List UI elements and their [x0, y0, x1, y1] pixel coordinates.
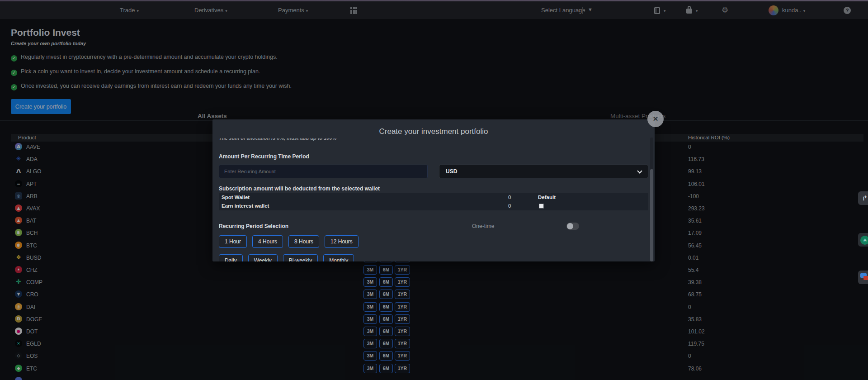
toggle-knob — [567, 223, 573, 229]
period-button-8-hours[interactable]: 8 Hours — [288, 235, 319, 248]
period-button-4-hours[interactable]: 4 Hours — [252, 235, 283, 248]
wallet-name: Spot Wallet — [222, 195, 250, 200]
wallet-amount: 0 — [508, 195, 511, 200]
close-icon[interactable]: ✕ — [647, 111, 664, 127]
wallet-default-label: Default — [538, 195, 556, 200]
period-button-daily[interactable]: Daily — [219, 254, 243, 261]
chevron-down-icon — [637, 168, 642, 173]
assistant-icon[interactable]: ✳ — [858, 233, 868, 247]
one-time-toggle[interactable] — [566, 223, 579, 230]
recurring-amount-input[interactable] — [219, 165, 428, 178]
wallet-row[interactable]: Spot Wallet0Default — [219, 193, 648, 202]
wallet-checkbox[interactable] — [539, 204, 544, 209]
period-buttons-days: DailyWeeklyBi-weeklyMonthly — [219, 254, 359, 261]
allocation-note: The sum of allocation is 0%, must add up… — [219, 138, 644, 141]
period-button-monthly[interactable]: Monthly — [323, 254, 354, 261]
period-button-weekly[interactable]: Weekly — [248, 254, 278, 261]
one-time-label: One-time — [472, 223, 494, 229]
period-button-1-hour[interactable]: 1 Hour — [219, 235, 247, 248]
app-root: Trade▾ Derivatives▾ Payments▾ Select Lan… — [0, 0, 868, 380]
recurring-period-label: Recurring Period Selection — [219, 223, 288, 229]
amount-label: Amount Per Recurring Time Period — [219, 153, 309, 160]
period-buttons-hours: 1 Hour4 Hours8 Hours12 Hours — [219, 235, 364, 248]
allocation-note-clip: The sum of allocation is 0%, must add up… — [219, 138, 644, 144]
period-button-bi-weekly[interactable]: Bi-weekly — [283, 254, 318, 261]
create-portfolio-modal: Create your investment portfolio The sum… — [212, 119, 655, 261]
share-arrow-icon[interactable]: ↱ — [858, 191, 868, 205]
modal-title: Create your investment portfolio — [212, 127, 655, 136]
modal-scrollbar-thumb[interactable] — [650, 169, 653, 261]
wallet-row[interactable]: Earn interest wallet0 — [219, 202, 648, 210]
chat-bubbles-icon[interactable] — [858, 271, 868, 284]
wallet-name: Earn interest wallet — [222, 203, 269, 209]
wallet-note: Subscription amount will be deducted fro… — [219, 185, 380, 192]
period-button-12-hours[interactable]: 12 Hours — [325, 235, 359, 248]
wallet-amount: 0 — [508, 203, 511, 209]
currency-select[interactable]: USD — [439, 165, 648, 178]
